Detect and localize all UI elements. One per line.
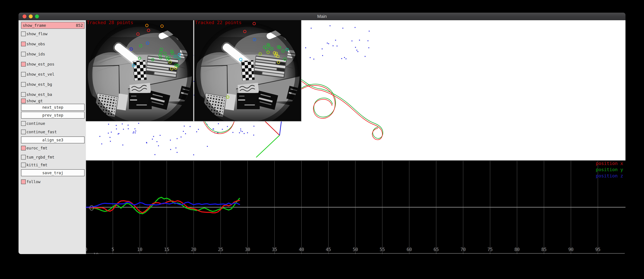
- checkbox-show_obs[interactable]: show_obs: [21, 42, 84, 46]
- show_obs-checkbox-box[interactable]: [21, 42, 26, 46]
- kitti_fmt-checkbox-box[interactable]: [21, 162, 26, 167]
- button-label: save_traj: [42, 171, 63, 175]
- checkbox-tum_rgbd_fmt[interactable]: tum_rgbd_fmt: [21, 155, 84, 160]
- legend-entry: position z: [596, 173, 623, 178]
- checkbox-show_flow[interactable]: show_flow: [21, 31, 84, 36]
- x-tick-label: 65: [434, 247, 439, 252]
- checkbox-label: show_ids: [26, 52, 45, 56]
- continue-checkbox-box[interactable]: [21, 121, 26, 126]
- checkbox-label: show_flow: [26, 32, 48, 36]
- x-tick-label: 30: [245, 247, 250, 252]
- button-label: next_step: [42, 105, 63, 110]
- show_est_bg-checkbox-box[interactable]: [21, 82, 26, 87]
- x-tick-label: 10: [137, 247, 142, 252]
- slider-label: show_frame: [23, 23, 46, 28]
- checkbox-label: show_gt: [26, 99, 43, 103]
- x-tick-label: 50: [353, 247, 358, 252]
- position-plot[interactable]: 51015202530354045505560657075808590950-1…: [86, 161, 626, 254]
- x-tick-label: 25: [218, 247, 223, 252]
- x-tick-label: 5: [112, 247, 114, 252]
- x-tick-label: 90: [568, 247, 574, 252]
- checkbox-label: show_est_bg: [26, 82, 52, 86]
- x-tick-label: 35: [272, 247, 277, 252]
- titlebar[interactable]: Main: [18, 13, 626, 20]
- checkbox-label: show_est_ba: [26, 92, 52, 97]
- feature-ring: [161, 25, 163, 28]
- checkbox-label: show_est_pos: [26, 62, 54, 66]
- x-tick-label: 45: [326, 247, 331, 252]
- slider-value: 852: [76, 23, 83, 28]
- window-title: Main: [18, 13, 626, 20]
- tracked-points-status-left: Tracked 28 points: [87, 20, 133, 25]
- curve-position-z: [86, 202, 240, 207]
- camera-right-view[interactable]: Tracked 22 points: [194, 20, 302, 122]
- camera-right-image: [194, 20, 302, 122]
- button-label: prev_step: [42, 113, 63, 118]
- x-tick-label: 15: [164, 247, 169, 252]
- show_gt-checkbox-box[interactable]: [21, 98, 26, 103]
- x-tick-label: 20: [191, 247, 196, 252]
- checkbox-label: continue_fast: [26, 130, 57, 134]
- checkbox-label: kitti_fmt: [26, 163, 48, 167]
- x-tick-label: 75: [488, 247, 492, 252]
- next_step-button[interactable]: next_step: [21, 104, 84, 111]
- checkbox-show_ids[interactable]: show_ids: [21, 52, 84, 56]
- checkbox-follow[interactable]: follow: [21, 179, 84, 184]
- checkbox-show_est_ba[interactable]: show_est_ba: [21, 92, 84, 97]
- control-sidebar: show_frame852show_flowshow_obsshow_idssh…: [18, 20, 86, 254]
- show_flow-checkbox-box[interactable]: [21, 32, 26, 36]
- prev_step-button[interactable]: prev_step: [21, 112, 84, 118]
- x-tick-label: 80: [514, 247, 520, 252]
- save_traj-button[interactable]: save_traj: [21, 169, 84, 176]
- button-label: align_se3: [42, 138, 63, 142]
- checkbox-continue_fast[interactable]: continue_fast: [21, 130, 84, 134]
- main-viewport: Tracked 28 points Tracked 22 points 5101…: [86, 20, 626, 254]
- checkbox-label: continue: [26, 121, 45, 126]
- x-tick-label: 55: [380, 247, 385, 252]
- x-tick-label: 95: [595, 247, 600, 252]
- slider-show_frame[interactable]: show_frame852: [21, 22, 84, 29]
- follow-checkbox-box[interactable]: [21, 180, 26, 184]
- checkbox-show_est_pos[interactable]: show_est_pos: [21, 62, 84, 67]
- continue_fast-checkbox-box[interactable]: [21, 130, 26, 134]
- checkbox-kitti_fmt[interactable]: kitti_fmt: [21, 162, 84, 168]
- camera-left-view[interactable]: Tracked 28 points: [86, 20, 194, 122]
- checkbox-label: follow: [26, 180, 40, 184]
- show_est_pos-checkbox-box[interactable]: [21, 62, 26, 66]
- checkbox-continue[interactable]: continue: [21, 121, 84, 126]
- checkbox-show_gt[interactable]: show_gt: [21, 98, 84, 104]
- checkbox-label: tum_rgbd_fmt: [26, 155, 54, 160]
- tracked-points-status-right: Tracked 22 points: [195, 20, 242, 25]
- x-tick-label: 60: [406, 247, 412, 252]
- x-tick-label: 40: [299, 247, 304, 252]
- checkbox-label: euroc_fmt: [26, 146, 48, 150]
- x-tick-zero-label: 0: [86, 247, 88, 252]
- world-y-axis: [256, 135, 280, 157]
- checkbox-euroc_fmt[interactable]: euroc_fmt: [21, 146, 84, 150]
- show_ids-checkbox-box[interactable]: [21, 52, 26, 56]
- align_se3-button[interactable]: align_se3: [21, 136, 84, 144]
- position-plot-canvas: 51015202530354045505560657075808590950-1…: [86, 161, 626, 254]
- x-tick-label: 85: [541, 247, 546, 252]
- legend-entry: position y: [596, 167, 623, 172]
- show_est_vel-checkbox-box[interactable]: [21, 72, 26, 77]
- show_est_ba-checkbox-box[interactable]: [21, 92, 26, 97]
- tum_rgbd_fmt-checkbox-box[interactable]: [21, 155, 26, 160]
- euroc_fmt-checkbox-box[interactable]: [21, 146, 26, 150]
- checkbox-show_est_bg[interactable]: show_est_bg: [21, 82, 84, 87]
- y-tick-neg-label: -10: [90, 252, 98, 254]
- checkbox-show_est_vel[interactable]: show_est_vel: [21, 72, 84, 77]
- app-window: Main show_frame852show_flowshow_obsshow_…: [18, 13, 626, 254]
- content-area: show_frame852show_flowshow_obsshow_idssh…: [18, 20, 626, 254]
- legend-entry: position x: [596, 161, 623, 166]
- checkbox-label: show_est_vel: [26, 72, 54, 76]
- checkbox-label: show_obs: [26, 42, 45, 46]
- plot-legend: position xposition yposition z: [596, 161, 623, 178]
- x-tick-label: 70: [460, 247, 466, 252]
- camera-left-image: [86, 20, 194, 122]
